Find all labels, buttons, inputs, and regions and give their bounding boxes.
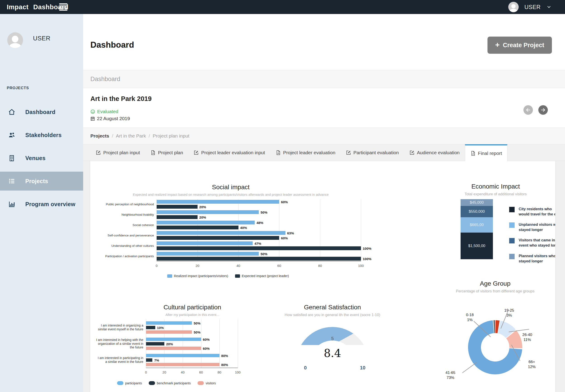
page-title: Dashboard (90, 40, 134, 50)
bar: 47% (157, 241, 253, 245)
age-group-chart: Age Group Percentage of visitors from di… (441, 280, 550, 391)
next-project-button[interactable] (538, 105, 548, 115)
slice-label-0-18: 0-181% (460, 312, 480, 322)
bar-group: Neighbourhood livability50%20% (95, 210, 366, 220)
date-value: 22 August 2019 (97, 116, 130, 121)
legend-label: Expected impact (project leader) (242, 274, 289, 278)
bar-value-label: 80% (221, 363, 228, 366)
economic-impact-title: Economic Impact (461, 183, 531, 190)
hamburger-menu-icon[interactable] (59, 3, 67, 11)
tab-label: Audience evaluation (417, 150, 460, 155)
create-project-button[interactable]: + Create Project (488, 37, 552, 54)
breadcrumb-separator: / (112, 133, 113, 139)
segment-value-label: $550,000 (469, 209, 485, 214)
user-menu-label[interactable]: USER (524, 4, 541, 10)
tab-participant-evaluation[interactable]: Participant evaluation (341, 144, 404, 161)
sidebar-item-dashboard[interactable]: Dashboard (0, 102, 83, 122)
tabs: Project plan inputProject planProject le… (90, 144, 507, 161)
x-axis-labels: 020406080100 (146, 369, 238, 375)
bar: 40% (157, 225, 238, 229)
gauge-min-label: 0 (304, 365, 307, 371)
sidebar-section-title: PROJECTS (7, 86, 29, 90)
stacked-segment: $45,000 (461, 199, 493, 206)
edit-icon (193, 150, 199, 155)
create-project-label: Create Project (503, 42, 544, 49)
bar: 63% (157, 231, 285, 235)
list-icon (8, 178, 15, 185)
category-label: Neighbourhood livability (95, 213, 157, 217)
tab-final-report[interactable]: Final report (465, 144, 507, 161)
x-tick-label: 80 (217, 370, 221, 374)
x-tick-label: 100 (358, 264, 364, 267)
legend-item: Planned visitors whostayed longer (509, 253, 555, 264)
bar: 50% (157, 210, 259, 214)
legend-swatch (509, 254, 515, 259)
breadcrumb-item[interactable]: Project plan input (153, 133, 189, 139)
breadcrumb-item[interactable]: Projects (90, 133, 109, 139)
bar-value-label: 50% (261, 210, 267, 214)
bar-track: 60%20% (157, 199, 361, 210)
project-date: 22 August 2019 (90, 116, 130, 121)
plus-icon: + (495, 41, 500, 49)
bar-track: 50%100% (157, 251, 361, 262)
sidebar-user: USER (7, 32, 50, 48)
sidebar-item-label: Projects (25, 178, 48, 184)
home-icon (8, 108, 15, 116)
bar-group: I am interested in organizing a similar … (95, 319, 290, 336)
segment-value-label: $45,000 (470, 200, 484, 205)
donut-slice-0-18 (493, 320, 495, 333)
bar-value-label: 20% (199, 205, 206, 209)
bar: 60% (146, 347, 201, 350)
previous-project-button[interactable] (523, 105, 533, 115)
sidebar-item-stakeholders[interactable]: Stakeholders (0, 126, 83, 144)
chevron-down-icon (547, 4, 551, 10)
subnav-label: Dashboard (90, 70, 120, 88)
legend-swatch (235, 274, 240, 278)
legend-item: Expected impact (project leader) (235, 274, 289, 278)
legend-label: City residents whowould travel for the e (519, 206, 555, 217)
bar-track: 63%60% (157, 230, 361, 241)
subnav-strip: Dashboard (83, 70, 565, 88)
tab-project-leader-evaluation-input[interactable]: Project leader evaluation input (188, 144, 270, 161)
tab-project-plan[interactable]: Project plan (145, 144, 188, 161)
bar-group: Understanding of other cultures47%100% (95, 241, 366, 251)
bar-value-label: 60% (203, 346, 210, 350)
gauge-value: 8.4 (324, 347, 341, 360)
user-avatar[interactable] (508, 2, 519, 12)
bar: 100% (157, 246, 361, 250)
sidebar-item-label: Stakeholders (25, 132, 62, 139)
pdf-icon (470, 151, 476, 156)
cultural-participation-chart: Cultural participation After my particip… (95, 304, 290, 385)
legend-label: Unplanned visitors wstayed longer (519, 222, 555, 232)
category-label: Understanding of other cultures (95, 244, 157, 248)
stacked-segment: $1,500,00 (461, 233, 493, 259)
project-status: Evaluated (90, 109, 118, 114)
status-badge: Evaluated (97, 109, 118, 114)
slice-label-66+: 66+12% (522, 360, 542, 369)
bar-group: I am interested in participating in a si… (95, 352, 290, 368)
cultural_participation-legend: participantsbenchmark participantsvisito… (95, 381, 238, 385)
breadcrumb-item[interactable]: Art in the Park (116, 133, 146, 139)
tab-project-plan-input[interactable]: Project plan input (90, 144, 145, 161)
general-satisfaction-chart: General Satisfaction How satisfied are y… (283, 304, 382, 363)
social-impact-title: Social impact (95, 183, 366, 191)
bar-value-label: 100% (363, 246, 371, 250)
tab-project-leader-evaluation[interactable]: Project leader evaluation (270, 144, 341, 161)
tab-label: Project leader evaluation (283, 150, 335, 155)
slice-label-26-40: 26-4011% (517, 332, 537, 342)
tab-label: Project leader evaluation input (201, 150, 265, 155)
sidebar-item-program-overview[interactable]: Program overview (0, 195, 83, 214)
bar-group: I am interested in helping with the orga… (95, 336, 290, 352)
bar-value-label: 20% (199, 215, 206, 219)
bar-group: Participation / activation participants5… (95, 251, 366, 262)
legend-swatch (149, 381, 155, 385)
sidebar-item-venues[interactable]: Venues (0, 149, 83, 168)
user-menu[interactable]: USER (508, 0, 551, 14)
sidebar-items: DashboardStakeholdersVenuesProjectsProgr… (0, 102, 83, 214)
tab-audience-evaluation[interactable]: Audience evaluation (404, 144, 465, 161)
sidebar-item-projects[interactable]: Projects (0, 172, 83, 191)
edit-icon (346, 150, 351, 155)
breadcrumb-separator: / (149, 133, 150, 139)
category-label: Self-confidence and perseverance (95, 234, 157, 237)
category-label: I am interested in organizing a similar … (95, 323, 146, 331)
